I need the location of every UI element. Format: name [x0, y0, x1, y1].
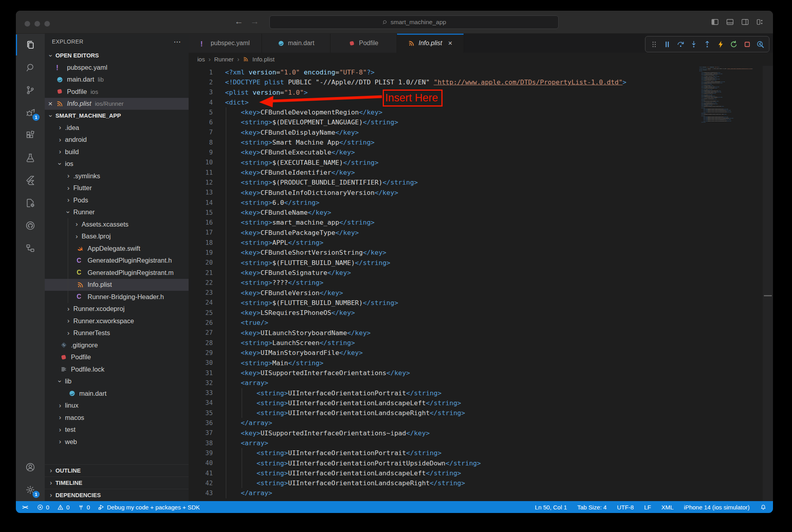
hot-reload-button[interactable] [716, 40, 725, 49]
status-warnings[interactable]: 0 [57, 504, 69, 511]
code-line[interactable]: 25 <key>LSRequiresIPhoneOS</key> [189, 308, 773, 318]
breadcrumb-item[interactable]: Info.plist [252, 56, 275, 63]
tree-item-RunnerTests[interactable]: ›RunnerTests [45, 327, 189, 339]
minimize-window-button[interactable] [34, 21, 40, 27]
code-line[interactable]: 2<!DOCTYPE plist PUBLIC "-//Apple//DTD P… [189, 77, 773, 87]
tree-item-GeneratedPluginRegistrant.m[interactable]: CGeneratedPluginRegistrant.m [45, 267, 189, 279]
code-line[interactable]: 23 <key>CFBundleVersion</key> [189, 288, 773, 298]
code-line[interactable]: 12 <string>$(PRODUCT_BUNDLE_IDENTIFIER)<… [189, 177, 773, 187]
open-editor-main.dart[interactable]: main.dartlib [45, 74, 189, 86]
code-line[interactable]: 43 </array> [189, 488, 773, 498]
breadcrumb-item[interactable]: ios [197, 56, 205, 63]
code-line[interactable]: 24 <string>$(FLUTTER_BUILD_NUMBER)</stri… [189, 298, 773, 308]
open-editors-header[interactable]: › OPEN EDITORS [45, 50, 189, 61]
tree-item-web[interactable]: ›web [45, 436, 189, 448]
open-editor-Podfile[interactable]: Podfileios [45, 86, 189, 98]
activity-source-control[interactable] [16, 79, 45, 101]
pause-button[interactable] [662, 40, 672, 49]
tree-item-GeneratedPluginRegistrant.h[interactable]: CGeneratedPluginRegistrant.h [45, 255, 189, 267]
stop-button[interactable] [742, 40, 752, 49]
tree-item-ios[interactable]: ›ios [45, 158, 189, 170]
code-line[interactable]: 28 <string>LaunchScreen</string> [189, 338, 773, 348]
tree-item-main.dart[interactable]: main.dart [45, 387, 189, 400]
customize-layout-icon[interactable] [756, 18, 764, 26]
code-line[interactable]: 10 <string>$(EXECUTABLE_NAME)</string> [189, 158, 773, 168]
step-over-button[interactable] [676, 40, 685, 49]
code-line[interactable]: 39 <string>UIInterfaceOrientationPortrai… [189, 448, 773, 458]
status-encoding[interactable]: UTF-8 [617, 504, 634, 511]
status-eol[interactable]: LF [644, 504, 651, 511]
code-line[interactable]: 11 <key>CFBundleIdentifier</key> [189, 168, 773, 177]
activity-extensions[interactable] [16, 124, 45, 147]
code-line[interactable]: 30 <string>Main</string> [189, 358, 773, 368]
step-out-button[interactable] [702, 40, 712, 49]
close-window-button[interactable] [25, 21, 30, 27]
code-line[interactable]: 40 <string>UIInterfaceOrientationPortrai… [189, 458, 773, 468]
open-editor-Info.plist[interactable]: ×Info.plistios/Runner [45, 98, 189, 110]
code-line[interactable]: 14 <string>6.0</string> [189, 198, 773, 208]
activity-run-and-debug[interactable]: 1 [16, 101, 45, 124]
tab-main.dart[interactable]: main.dart [262, 34, 330, 53]
code-line[interactable]: 9 <key>CFBundleExecutable</key> [189, 147, 773, 157]
section-outline[interactable]: ›OUTLINE [45, 464, 189, 477]
close-icon[interactable]: × [448, 39, 452, 48]
code-line[interactable]: 17 <key>CFBundlePackageType</key> [189, 228, 773, 238]
code-line[interactable]: 4<dict> [189, 97, 773, 107]
status-notifications[interactable] [760, 504, 767, 511]
project-root-header[interactable]: › SMART_MACHINE_APP [45, 110, 189, 122]
tree-item-Runner[interactable]: ›Runner [45, 206, 189, 219]
section-timeline[interactable]: ›TIMELINE [45, 477, 189, 489]
code-line[interactable]: 42 <string>UIInterfaceOrientationLandsca… [189, 478, 773, 488]
tree-item-.gitignore[interactable]: .gitignore [45, 339, 189, 351]
status-indentation[interactable]: Tab Size: 4 [577, 504, 607, 511]
close-icon[interactable]: × [48, 99, 52, 108]
code-line[interactable]: 31 <key>UISupportedInterfaceOrientations… [189, 368, 773, 378]
toggle-primary-sidebar-icon[interactable] [711, 18, 719, 26]
tree-item-Runner.xcodeproj[interactable]: ›Runner.xcodeproj [45, 303, 189, 315]
activity-testing[interactable] [16, 147, 45, 169]
step-into-button[interactable] [689, 40, 698, 49]
code-line[interactable]: 37 <key>UISupportedInterfaceOrientations… [189, 428, 773, 438]
tree-item-.symlinks[interactable]: ›.symlinks [45, 170, 189, 182]
status-cursor-position[interactable]: Ln 50, Col 1 [535, 504, 567, 511]
tree-item-linux[interactable]: ›linux [45, 400, 189, 412]
tree-item-build[interactable]: ›build [45, 146, 189, 158]
toggle-secondary-sidebar-icon[interactable] [741, 18, 749, 26]
code-line[interactable]: 32 <array> [189, 378, 773, 388]
tree-item-android[interactable]: ›android [45, 134, 189, 146]
open-editor-pubspec.yaml[interactable]: !pubspec.yaml [45, 61, 189, 74]
status-language-mode[interactable]: XML [661, 504, 674, 511]
tree-item-AppDelegate.swift[interactable]: AppDelegate.swift [45, 242, 189, 255]
code-line[interactable]: 16 <string>smart_machine_app</string> [189, 217, 773, 227]
tab-Info.plist[interactable]: Info.plist× [397, 34, 464, 53]
minimap[interactable]: <?xml version="1.0" encoding="UTF-8"?><!… [699, 67, 762, 136]
forward-arrow-icon[interactable]: → [250, 16, 259, 27]
tree-item-Podfile.lock[interactable]: Podfile.lock [45, 363, 189, 376]
code-line[interactable]: 35 <string>UIInterfaceOrientationLandsca… [189, 408, 773, 418]
code-line[interactable]: 41 <string>UIInterfaceOrientationLandsca… [189, 468, 773, 478]
code-line[interactable]: 13 <key>CFBundleInfoDictionaryVersion</k… [189, 188, 773, 198]
explorer-more-actions-icon[interactable]: ⋯ [174, 37, 181, 46]
code-line[interactable]: 3<plist version="1.0"> [189, 88, 773, 97]
tab-pubspec.yaml[interactable]: !pubspec.yaml [189, 34, 262, 53]
code-line[interactable]: 20 <string>$(FLUTTER_BUILD_NAME)</string… [189, 258, 773, 268]
status-debug-session[interactable]: Debug my code + packages + SDK [98, 504, 200, 511]
code-line[interactable]: 6 <string>$(DEVELOPMENT_LANGUAGE)</strin… [189, 117, 773, 127]
tree-item-.idea[interactable]: ›.idea [45, 122, 189, 134]
restart-button[interactable] [729, 40, 739, 49]
section-dependencies[interactable]: ›DEPENDENCIES [45, 489, 189, 501]
code-line[interactable]: 29 <key>UIMainStoryboardFile</key> [189, 348, 773, 358]
drag-handle-button[interactable] [649, 40, 659, 49]
tree-item-Info.plist[interactable]: Info.plist [45, 279, 189, 291]
status-remote[interactable]: >< [22, 504, 29, 511]
tree-item-test[interactable]: ›test [45, 424, 189, 436]
code-line[interactable]: 36 </array> [189, 418, 773, 428]
status-device[interactable]: iPhone 14 (ios simulator) [684, 504, 750, 511]
activity-references[interactable] [16, 237, 45, 259]
code-line[interactable]: 19 <key>CFBundleShortVersionString</key> [189, 248, 773, 257]
activity-accounts[interactable] [16, 456, 45, 479]
back-arrow-icon[interactable]: ← [235, 16, 243, 27]
status-ports[interactable]: 0 [78, 504, 90, 511]
toggle-panel-icon[interactable] [726, 18, 734, 26]
activity-project-runner[interactable] [16, 192, 45, 214]
